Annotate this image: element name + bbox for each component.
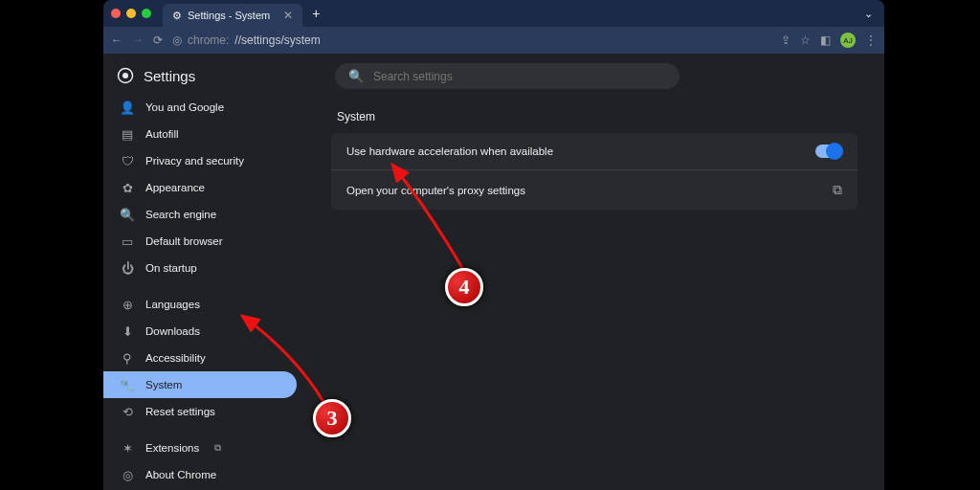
page-title: Settings (144, 68, 195, 84)
sidebar-item-appearance[interactable]: ✿Appearance (103, 174, 304, 201)
globe-icon: ⊕ (121, 298, 134, 311)
back-button[interactable]: ← (111, 33, 122, 47)
sidebar-item-label: On startup (145, 262, 197, 274)
settings-main: 🔍 System Use hardware acceleration when … (304, 54, 884, 490)
tab-title: Settings - System (188, 10, 270, 21)
browser-tab[interactable]: ⚙ Settings - System ✕ (163, 4, 302, 27)
sidebar-item-you-and-google[interactable]: 👤You and Google (103, 94, 304, 121)
sidebar-item-label: Languages (145, 299, 200, 310)
sidebar-item-label: Default browser (145, 235, 223, 247)
profile-avatar[interactable]: AJ (840, 33, 856, 48)
kebab-menu-icon[interactable]: ⋮ (865, 33, 877, 47)
traffic-lights (111, 9, 151, 18)
sidebar-item-label: Privacy and security (145, 155, 244, 167)
search-settings[interactable]: 🔍 (335, 63, 679, 89)
close-tab-icon[interactable]: ✕ (283, 9, 293, 22)
maximize-window-button[interactable] (142, 9, 151, 18)
settings-sidebar: Settings 👤You and Google▤Autofill🛡Privac… (103, 54, 304, 490)
tabs-menu-chevron-icon[interactable]: ⌄ (864, 8, 873, 20)
sidebar-item-label: Accessibility (145, 352, 206, 364)
shield-icon: 🛡 (121, 154, 134, 167)
reload-button[interactable]: ⟳ (153, 33, 163, 47)
sidebar-item-reset-settings[interactable]: ⟲Reset settings (103, 398, 304, 425)
person-icon: 👤 (121, 100, 134, 114)
settings-content: Settings 👤You and Google▤Autofill🛡Privac… (103, 54, 884, 490)
svg-point-1 (122, 73, 128, 78)
window-titlebar: ⚙ Settings - System ✕ + ⌄ (103, 0, 884, 27)
sidebar-item-label: Extensions (145, 442, 199, 454)
sidebar-item-label: Reset settings (145, 406, 215, 417)
minimize-window-button[interactable] (126, 9, 136, 18)
toolbar-actions: ⇪ ☆ ◧ AJ ⋮ (781, 33, 877, 48)
row-proxy-settings[interactable]: Open your computer's proxy settings ⧉ (331, 169, 858, 210)
sidebar-item-languages[interactable]: ⊕Languages (103, 291, 304, 318)
reset-icon: ⟲ (121, 405, 134, 418)
sidebar-item-accessibility[interactable]: ⚲Accessibility (103, 345, 304, 371)
browser-icon: ▭ (121, 234, 134, 248)
sidebar-item-autofill[interactable]: ▤Autofill (103, 121, 304, 147)
sidebar-item-search-engine[interactable]: 🔍Search engine (103, 201, 304, 228)
site-info-icon[interactable]: ◎ (172, 33, 182, 47)
sidebar-item-on-startup[interactable]: ⏻On startup (103, 255, 304, 281)
bookmark-icon[interactable]: ☆ (800, 33, 811, 47)
gear-icon: ⚙ (172, 10, 182, 22)
nav-controls: ← → ⟳ (111, 33, 163, 47)
search-icon: 🔍 (348, 69, 364, 83)
chrome-icon: ◎ (121, 468, 134, 481)
search-input[interactable] (373, 70, 666, 83)
sidebar-item-system[interactable]: 🔧System (103, 371, 297, 398)
forward-button[interactable]: → (132, 33, 144, 47)
wrench-icon: 🔧 (121, 378, 134, 391)
power-icon: ⏻ (121, 261, 134, 275)
row-label: Open your computer's proxy settings (346, 185, 525, 196)
sidebar-item-label: You and Google (145, 101, 224, 113)
download-icon: ⬇ (121, 324, 134, 338)
external-link-icon: ⧉ (214, 442, 221, 454)
settings-card: Use hardware acceleration when available… (331, 133, 858, 210)
new-tab-button[interactable]: + (312, 6, 320, 21)
section-title: System (337, 110, 858, 123)
sidebar-item-about-chrome[interactable]: ◎About Chrome (103, 461, 304, 488)
external-link-icon: ⧉ (833, 182, 842, 198)
chrome-logo-icon (117, 67, 134, 84)
puzzle-icon: ✶ (121, 441, 134, 455)
appearance-icon: ✿ (121, 181, 134, 194)
sidebar-item-label: About Chrome (145, 469, 216, 480)
autofill-icon: ▤ (121, 127, 134, 141)
sidebar-item-downloads[interactable]: ⬇Downloads (103, 318, 304, 345)
close-window-button[interactable] (111, 9, 121, 18)
settings-brand: Settings (103, 63, 304, 94)
sidebar-item-default-browser[interactable]: ▭Default browser (103, 228, 304, 255)
sidebar-item-label: System (145, 379, 182, 390)
sidebar-item-label: Appearance (145, 182, 205, 193)
row-label: Use hardware acceleration when available (346, 145, 553, 157)
toggle-switch[interactable] (815, 145, 842, 158)
row-hardware-acceleration[interactable]: Use hardware acceleration when available (331, 133, 858, 169)
sidebar-item-privacy-and-security[interactable]: 🛡Privacy and security (103, 147, 304, 174)
browser-window: ⚙ Settings - System ✕ + ⌄ ← → ⟳ ◎ chrome… (103, 0, 884, 490)
url-path: //settings/system (234, 33, 320, 47)
search-icon: 🔍 (121, 208, 134, 221)
url-field[interactable]: ◎ chrome: //settings/system (172, 33, 771, 47)
url-scheme: chrome: (188, 33, 229, 47)
sidebar-item-label: Autofill (145, 128, 179, 140)
accessibility-icon: ⚲ (121, 351, 134, 365)
share-icon[interactable]: ⇪ (781, 33, 791, 47)
sidebar-item-label: Downloads (145, 325, 200, 337)
extensions-icon[interactable]: ◧ (820, 33, 831, 47)
address-bar: ← → ⟳ ◎ chrome: //settings/system ⇪ ☆ ◧ … (103, 27, 884, 54)
sidebar-item-extensions[interactable]: ✶Extensions⧉ (103, 434, 304, 461)
sidebar-item-label: Search engine (145, 209, 216, 220)
